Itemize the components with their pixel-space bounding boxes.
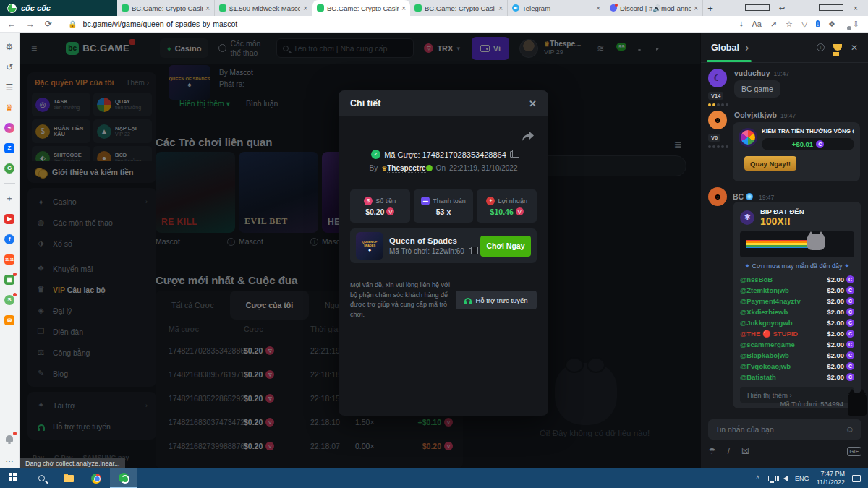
rain-user-row: @Jnkkgoyogwb$2.00: [733, 317, 861, 328]
spin-now-button[interactable]: Quay Ngay!!: [744, 156, 796, 171]
rain-icon[interactable]: ☂: [708, 446, 716, 456]
tab-close-icon[interactable]: ×: [596, 4, 600, 12]
coccoc-taskbar-icon[interactable]: [110, 468, 137, 488]
reload-icon[interactable]: ⟳: [45, 19, 52, 29]
share-icon[interactable]: ↗: [770, 20, 777, 29]
address-text[interactable]: bc.game/vi/game/queen-of-spades-by-masco…: [83, 20, 740, 28]
chat-channel[interactable]: Global: [711, 43, 739, 53]
more-dots-icon[interactable]: …: [4, 453, 15, 464]
tab-search-icon[interactable]: [745, 4, 770, 12]
chrome-icon[interactable]: [82, 468, 110, 488]
minimize-button[interactable]: —: [794, 4, 819, 12]
bookmark-star-icon[interactable]: ☆: [786, 20, 793, 29]
tab-bcgame-active[interactable]: BC.Game: Crypto Casino Gan×: [312, 0, 410, 16]
dice-icon[interactable]: ⚄: [741, 446, 749, 456]
language-indicator[interactable]: ENG: [795, 475, 809, 482]
chat-close-icon[interactable]: ✕: [851, 43, 858, 53]
messenger-icon[interactable]: ⌁: [4, 122, 15, 133]
tab-bcgame-1[interactable]: BC.Game: Crypto Casino Gan×: [117, 0, 215, 16]
sale-11-11-icon[interactable]: 11.11: [4, 254, 15, 265]
file-explorer-icon[interactable]: [55, 468, 82, 488]
chat-input[interactable]: [715, 425, 846, 434]
network-icon[interactable]: [768, 476, 776, 481]
rain-username[interactable]: @Blapkabojwb: [740, 351, 789, 359]
taskbar-clock[interactable]: 7:47 PM 11/1/2022: [817, 470, 845, 487]
tab-close-icon[interactable]: ×: [401, 4, 406, 12]
back-icon[interactable]: ←: [7, 19, 16, 29]
youtube-icon[interactable]: ▶: [4, 213, 15, 224]
spin-bonus-card[interactable]: KIỂM TRA TIỀN THƯỞNG VÒNG QU +$0.01 Quay…: [733, 122, 860, 181]
history-icon[interactable]: ↺: [4, 61, 15, 72]
live-support-button[interactable]: Hỗ trợ trực tuyến: [456, 291, 537, 309]
add-shortcut-icon[interactable]: ＋: [4, 193, 15, 204]
start-button[interactable]: [0, 468, 27, 488]
speaker-icon[interactable]: [783, 476, 788, 481]
translate-icon[interactable]: Aa: [752, 20, 761, 28]
tab-close-icon[interactable]: ×: [498, 4, 503, 12]
trophy-icon[interactable]: [833, 44, 842, 51]
gif-icon[interactable]: GIF: [847, 447, 862, 456]
restore-session-icon[interactable]: ↩: [770, 4, 794, 12]
games-gamepad-icon[interactable]: G: [4, 163, 15, 174]
lucky-wheel-icon: [739, 128, 757, 147]
tray-chevron-icon[interactable]: ＾: [754, 474, 761, 483]
crown-vip-icon[interactable]: ♛: [4, 102, 15, 113]
chat-info-icon[interactable]: i: [817, 43, 825, 51]
share-bet-icon[interactable]: [522, 131, 534, 144]
new-tab-button[interactable]: +: [703, 0, 718, 16]
bcd-coin-icon: [846, 319, 854, 327]
newsfeed-icon[interactable]: ☰: [4, 82, 15, 93]
copy-icon[interactable]: [469, 248, 475, 254]
emoji-icon[interactable]: ☺: [846, 424, 854, 435]
rain-username[interactable]: @Jnkkgoyogwb: [740, 319, 793, 327]
play-now-button[interactable]: Chơi Ngay: [480, 236, 531, 257]
shopping-cart-icon[interactable]: ⛀: [4, 314, 15, 325]
taskbar-search-icon[interactable]: [27, 468, 55, 488]
frog-icon: [426, 165, 433, 171]
facebook-icon[interactable]: f: [4, 234, 15, 244]
extensions-icon[interactable]: ❖: [828, 20, 835, 29]
chevron-right-icon[interactable]: ›: [745, 41, 749, 54]
tab-close-icon[interactable]: ×: [205, 4, 210, 12]
slash-command-icon[interactable]: /: [728, 446, 730, 456]
game-thumbnail[interactable]: QUEEN OF SPADES♠: [356, 232, 383, 260]
avatar[interactable]: ☻: [708, 187, 727, 206]
downloads-tray-icon[interactable]: ⇩: [853, 20, 859, 29]
vip-badge: V0: [708, 134, 720, 142]
settings-gear-icon[interactable]: ⚙: [4, 41, 15, 52]
save-page-icon[interactable]: ⤓: [740, 20, 744, 29]
bcd-coin-icon: [846, 308, 854, 316]
tab-close-icon[interactable]: ×: [694, 4, 698, 12]
chat-username[interactable]: vuduchuy19:47: [734, 69, 789, 77]
forward-icon[interactable]: →: [26, 19, 35, 29]
rain-username[interactable]: @THE 🔴 STUPID: [740, 330, 798, 338]
tab-bcgame-2[interactable]: BC.Game: Crypto Casino Gan×: [410, 0, 508, 16]
tab-discord[interactable]: Discord | #🔊mod-announc×: [605, 0, 703, 16]
maximize-button[interactable]: [819, 4, 843, 12]
rain-username[interactable]: @Payment4nayztv: [740, 297, 801, 305]
rain-username[interactable]: @nssBoB: [740, 275, 773, 283]
close-button[interactable]: ×: [843, 4, 868, 12]
rain-username[interactable]: @Fvqokoaojwb: [740, 362, 791, 370]
tab-telegram[interactable]: Telegram×: [508, 0, 605, 16]
rain-username[interactable]: @scammergame: [740, 341, 795, 348]
action-center-icon[interactable]: [852, 475, 861, 482]
rain-username[interactable]: @Ztemktonjwb: [740, 286, 789, 294]
avatar[interactable]: ☾: [708, 69, 727, 87]
zalo-icon[interactable]: Z: [4, 142, 15, 153]
copy-icon[interactable]: [510, 151, 516, 158]
adblock-shield-icon[interactable]: ▽: [801, 20, 807, 29]
chat-username[interactable]: BC 19:47: [733, 192, 774, 201]
rain-user-row: @Fvqokoaojwb$2.00: [733, 361, 861, 372]
tab-mascot-promo[interactable]: $1.500 Midweek Mascot Mul×: [215, 0, 312, 16]
modal-close-icon[interactable]: ✕: [529, 98, 537, 109]
player-name[interactable]: Thespectre: [387, 164, 425, 173]
gift-icon[interactable]: ▦: [4, 274, 15, 285]
notification-bell-icon[interactable]: [4, 433, 15, 444]
shopee-icon[interactable]: S: [4, 294, 15, 305]
rain-username[interactable]: @Batistath: [740, 373, 776, 381]
download-active-icon[interactable]: ↓: [816, 19, 820, 29]
rain-username[interactable]: @Xkdiezbiewb: [740, 308, 788, 316]
avatar[interactable]: ☻: [708, 111, 727, 129]
tab-close-icon[interactable]: ×: [303, 4, 307, 12]
